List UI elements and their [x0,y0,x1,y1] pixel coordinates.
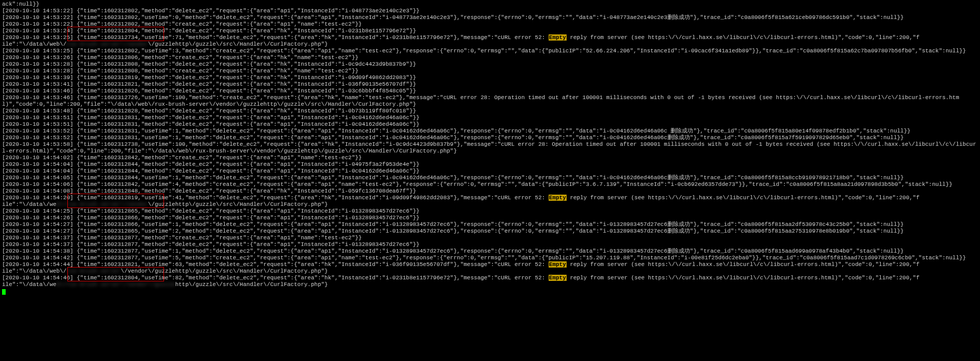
log-line: [2020-10-10 14:54:20] {"time":1602312819… [2,195,978,201]
search-highlight: Empty [549,195,567,201]
log-line: [2020-10-10 14:54:04] {"time":1602312844… [2,161,978,168]
log-line: [2020-10-10 14:54:06] {"time":1602312842… [2,181,978,188]
log-line: [2020-10-10 14:54:04] {"time":1602312844… [2,168,978,175]
terminal-log-viewer[interactable]: ack":null}}[2020-10-10 14:53:22] {"time"… [0,0,980,296]
log-line: [2020-10-10 14:54:08] {"time":1602312848… [2,188,978,195]
log-line: [2020-10-10 14:53:52] {"time":1602312831… [2,128,978,135]
log-line: [2020-10-10 14:53:52] {"time":1602312831… [2,135,978,141]
log-line: [2020-10-10 14:54:25] {"time":1602312865… [2,208,978,215]
log-line: [2020-10-10 14:53:51] {"time":1602312831… [2,115,978,121]
log-line: [2020-10-10 14:54:37] {"time":1602312877… [2,235,978,241]
log-line: [2020-10-10 14:53:39] {"time":1602312819… [2,74,978,81]
log-line: [2020-10-10 14:53:26] {"time":1602312806… [2,54,978,61]
log-line: [2020-10-10 14:54:02] {"time":1602312842… [2,155,978,161]
log-line: [2020-10-10 14:53:22] {"time":1602312802… [2,8,978,14]
log-line: [2020-10-10 14:53:41] {"time":1602312821… [2,81,978,88]
log-line: [2020-10-10 14:53:28] {"time":1602312808… [2,68,978,74]
log-line: [2020-10-10 14:53:28] {"time":1602312808… [2,61,978,68]
log-line: [2020-10-10 14:53:25] {"time":1602312802… [2,48,978,54]
log-line: [2020-10-10 14:53:25] {"time":1602312734… [2,34,978,41]
log-line: [2020-10-10 14:53:46] {"time":1602312726… [2,94,978,108]
search-highlight: Empty [549,261,567,268]
log-line: ile":"\/data\/web\/rux-brush-server\/ven… [2,201,978,208]
log-line: [2020-10-10 14:53:22] {"time":1602312802… [2,14,978,21]
search-highlight: Empty [549,34,567,41]
log-line: ile":"\/data\/web\/rux-brush-server\/ven… [2,268,978,275]
log-line: [2020-10-10 14:54:38] {"time":1602312877… [2,248,978,255]
log-line: [2020-10-10 14:54:27] {"time":1602312865… [2,228,978,235]
terminal-cursor [2,289,6,295]
log-line: ack":null}} [2,1,978,8]
log-line: [2020-10-10 14:53:51] {"time":1602312831… [2,121,978,128]
log-line: [2020-10-10 14:53:24] {"time":1602312804… [2,28,978,34]
log-line: [2020-10-10 14:54:42] {"time":1602312877… [2,255,978,261]
log-line: [2020-10-10 14:54:26] {"time":1602312866… [2,215,978,221]
log-line: [2020-10-10 14:54:37] {"time":1602312877… [2,241,978,248]
log-line: ile":"\/data\/web\/rux-brush-server\/ven… [2,41,978,48]
log-line: [2020-10-10 14:53:48] {"time":1602312828… [2,108,978,115]
log-line: [2020-10-10 14:53:58] {"time":1602312738… [2,141,978,155]
cursor-line [2,288,978,295]
log-line: [2020-10-10 14:53:22] {"time":1602312802… [2,21,978,28]
log-line: ile":"\/data\/web\/rux-brush-server\/ven… [2,281,978,288]
search-highlight: Empty [549,275,567,281]
log-output: ack":null}}[2020-10-10 14:53:22] {"time"… [0,0,980,296]
log-line: [2020-10-10 14:54:27] {"time":1602312866… [2,221,978,228]
log-line: [2020-10-10 14:54:05] {"time":1602312844… [2,175,978,181]
log-line: [2020-10-10 14:54:46] {"time":1602312804… [2,275,978,281]
log-line: [2020-10-10 14:53:46] {"time":1602312826… [2,88,978,94]
log-line: [2020-10-10 14:54:44] {"time":1602312821… [2,261,978,268]
